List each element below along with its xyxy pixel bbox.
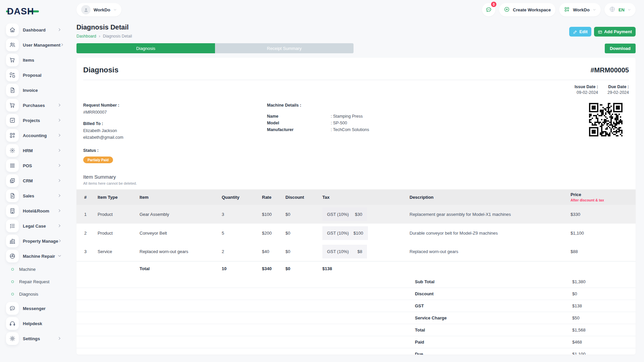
tab-receipt-summary[interactable]: Receipt Summary: [215, 43, 354, 53]
tax-name: GST (10%): [327, 212, 349, 217]
cell-item: Conveyor Belt: [137, 224, 219, 242]
breadcrumb-home-link[interactable]: Dashboard: [76, 34, 96, 39]
sidebar-item[interactable]: Dashboard: [6, 23, 72, 36]
sidebar-item[interactable]: Messenger: [6, 302, 72, 315]
wallet-icon: [598, 29, 602, 34]
sidebar-item[interactable]: Accounting: [6, 129, 72, 142]
checklist-icon: [6, 220, 19, 232]
sidebar-item[interactable]: Hotel&Room: [6, 204, 72, 217]
cell-price: $88: [568, 242, 636, 261]
sidebar-item-label: Property Manage: [23, 239, 58, 244]
invoice-info-row: Request Number : #MRR00007 Billed To : E…: [83, 103, 629, 141]
summary-value: $50: [572, 315, 636, 320]
sidebar-item[interactable]: Machine Repair: [6, 250, 72, 262]
sidebar-item[interactable]: Items: [6, 54, 72, 66]
file-icon: [6, 84, 19, 97]
cell-item-type: Service: [95, 242, 137, 261]
cell-discount: $0: [283, 242, 320, 261]
user-workspace-pill[interactable]: WorkDo: [76, 3, 121, 16]
logo-text: DASH: [7, 6, 34, 17]
create-workspace-button[interactable]: Create Workspace: [499, 3, 555, 16]
col-rate: Rate: [259, 189, 283, 205]
tax-name: GST (10%): [327, 249, 349, 254]
status-badge: Partialy Paid: [83, 157, 113, 163]
col-tax: Tax: [320, 189, 407, 205]
sidebar-item[interactable]: Invoice: [6, 84, 72, 97]
messages-button[interactable]: 0: [482, 3, 495, 16]
chevron-right-icon: [58, 223, 61, 229]
dots-grid-icon: [6, 159, 19, 172]
chevron-down-icon: [113, 7, 117, 12]
sidebar-item[interactable]: Helpdesk: [6, 317, 72, 330]
cell-description: Replaced worn-out gears: [407, 242, 568, 261]
plus-circle-icon: [504, 6, 510, 13]
sidebar-item[interactable]: User Management: [6, 39, 72, 51]
sidebar-item-label: HRM: [23, 148, 33, 153]
cell-item-type: Product: [95, 205, 137, 224]
chevron-right-icon: [58, 336, 61, 342]
cell-number: 2: [76, 224, 95, 242]
machine-detail-label: Name: [267, 114, 331, 119]
app-logo[interactable]: DASH: [6, 4, 72, 19]
sidebar-item-label: Dashboard: [23, 27, 46, 33]
tax-chip: GST (10%) $8: [322, 245, 367, 258]
chevron-right-icon: [58, 147, 61, 154]
diagnosis-card: Diagnosis #MRM00005 Issue Date : 09-02-2…: [76, 58, 636, 355]
sidebar-item[interactable]: POS: [6, 159, 72, 172]
sidebar-item[interactable]: HRM: [6, 144, 72, 157]
chevron-down-icon: [628, 7, 631, 12]
workspace-menu[interactable]: WorkDo: [559, 3, 601, 16]
table-row: 1 Product Gear Assembly 3 $100 $0 GST (1…: [76, 205, 636, 224]
cell-discount: $0: [283, 205, 320, 224]
summary-row: Due $1,100: [76, 348, 636, 355]
language-selector[interactable]: EN: [604, 3, 636, 16]
cell-rate: $200: [259, 224, 283, 242]
header-actions: Edit Add Payment: [569, 27, 636, 37]
gear-icon: [6, 332, 19, 345]
summary-label: Total: [415, 327, 425, 333]
table-header-row: # Item Type Item Quantity Rate Discount …: [76, 189, 636, 205]
pencil-icon: [573, 29, 578, 34]
edit-button[interactable]: Edit: [569, 27, 591, 37]
machine-detail-label: Manufacturer: [267, 127, 331, 132]
total-label: Total: [137, 261, 219, 276]
col-discount: Discount: [283, 189, 320, 205]
cell-number: 3: [76, 242, 95, 261]
cell-item-type: Product: [95, 224, 137, 242]
sidebar-item-label: POS: [23, 163, 32, 168]
sidebar-item[interactable]: Machine: [6, 265, 72, 274]
add-payment-button[interactable]: Add Payment: [594, 27, 636, 37]
chevron-right-icon: [58, 193, 61, 199]
chevron-right-icon: [58, 238, 62, 244]
cell-quantity: 2: [219, 242, 259, 261]
total-discount: $0: [283, 261, 320, 276]
tab-diagnosis[interactable]: Diagnosis: [76, 43, 215, 53]
sidebar-item[interactable]: Property Manage: [6, 235, 72, 247]
col-item-type: Item Type: [95, 189, 137, 205]
sidebar-item[interactable]: CRM: [6, 174, 72, 187]
sidebar-item[interactable]: Purchases: [6, 99, 72, 112]
cell-price: $1,100: [568, 224, 636, 242]
issue-date-label: Issue Date :: [575, 84, 598, 89]
download-button[interactable]: Download: [605, 44, 636, 53]
sidebar-item[interactable]: Repair Request: [6, 277, 72, 286]
sidebar-item[interactable]: Legal Case: [6, 220, 72, 232]
sidebar-item-label: CRM: [23, 178, 33, 183]
chevron-right-icon: [58, 208, 61, 214]
cell-quantity: 3: [219, 205, 259, 224]
sidebar-item-label: Hotel&Room: [23, 208, 49, 214]
sidebar-nav: Dashboard User Management Items: [6, 23, 72, 345]
summary-label: Paid: [415, 340, 424, 345]
sidebar-item-label: Settings: [23, 336, 40, 341]
tax-chip: GST (10%) $100: [322, 226, 368, 240]
sidebar-item[interactable]: Proposal: [6, 69, 72, 81]
due-date-label: Due Date :: [607, 84, 629, 89]
cell-tax: GST (10%) $30: [320, 205, 407, 224]
summary-row: GST $138: [76, 300, 636, 312]
sidebar-item[interactable]: Diagnosis: [6, 290, 72, 298]
sidebar-item[interactable]: Projects: [6, 114, 72, 127]
sidebar-item[interactable]: Sales: [6, 189, 72, 202]
chevron-right-icon: [58, 117, 61, 123]
sidebar-item[interactable]: Settings: [6, 332, 72, 345]
swap-boxes-icon: [6, 69, 19, 81]
